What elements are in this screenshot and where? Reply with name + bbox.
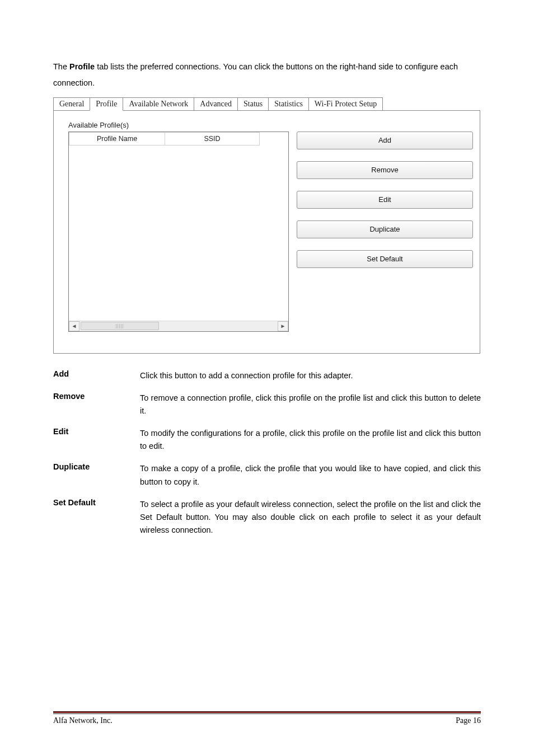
tab-general[interactable]: General (53, 97, 90, 111)
profiles-listbox[interactable]: Profile Name SSID ◄ ► (68, 132, 289, 332)
body-add: Click this button to add a connection pr… (140, 369, 481, 382)
list-header: Profile Name SSID (69, 132, 288, 145)
def-row-duplicate: Duplicate To make a copy of a profile, c… (53, 462, 481, 488)
tab-advanced[interactable]: Advanced (194, 97, 238, 111)
set-default-button[interactable]: Set Default (297, 250, 473, 268)
term-edit: Edit (53, 427, 140, 453)
body-set-default: To select a profile as your default wire… (140, 498, 481, 537)
body-edit: To modify the configurations for a profi… (140, 427, 481, 453)
horizontal-scrollbar[interactable]: ◄ ► (69, 321, 288, 331)
list-body (69, 145, 288, 321)
tab-available-network[interactable]: Available Network (123, 97, 194, 111)
col-ssid[interactable]: SSID (165, 132, 260, 145)
duplicate-button[interactable]: Duplicate (297, 220, 473, 238)
footer-rule-thin (53, 713, 481, 714)
intro-part1: The (53, 62, 69, 71)
intro-bold: Profile (69, 62, 95, 71)
body-remove: To remove a connection profile, click th… (140, 392, 481, 417)
tab-statistics[interactable]: Statistics (268, 97, 309, 111)
scroll-left-icon[interactable]: ◄ (69, 321, 79, 331)
tab-profile[interactable]: Profile (90, 97, 123, 111)
def-row-set-default: Set Default To select a profile as your … (53, 498, 481, 537)
edit-button[interactable]: Edit (297, 191, 473, 209)
page-footer: Alfa Network, Inc. Page 16 (53, 711, 481, 725)
body-duplicate: To make a copy of a profile, click the p… (140, 462, 481, 488)
term-duplicate: Duplicate (53, 462, 140, 488)
intro-part2: tab lists the preferred connections. You… (53, 62, 458, 87)
intro-paragraph: The Profile tab lists the preferred conn… (53, 59, 481, 91)
col-profile-name[interactable]: Profile Name (69, 132, 165, 145)
scroll-right-icon[interactable]: ► (278, 321, 288, 331)
available-profiles-label: Available Profile(s) (68, 121, 473, 129)
footer-left: Alfa Network, Inc. (53, 716, 113, 725)
add-button[interactable]: Add (297, 132, 473, 149)
definitions: Add Click this button to add a connectio… (53, 369, 481, 537)
tab-status[interactable]: Status (237, 97, 269, 111)
profile-tab-panel: Available Profile(s) Profile Name SSID ◄… (53, 110, 480, 354)
def-row-edit: Edit To modify the configurations for a … (53, 427, 481, 453)
scroll-thumb[interactable] (81, 322, 159, 330)
tab-wifi-protect-setup[interactable]: Wi-Fi Protect Setup (308, 97, 383, 111)
footer-rule-thick (53, 711, 481, 713)
remove-button[interactable]: Remove (297, 161, 473, 179)
term-remove: Remove (53, 392, 140, 417)
def-row-add: Add Click this button to add a connectio… (53, 369, 481, 382)
button-column: Add Remove Edit Duplicate Set Default (297, 132, 473, 332)
term-add: Add (53, 369, 140, 382)
tab-strip: General Profile Available Network Advanc… (53, 97, 481, 110)
scroll-track[interactable] (79, 321, 278, 331)
footer-right: Page 16 (456, 716, 481, 725)
term-set-default: Set Default (53, 498, 140, 537)
def-row-remove: Remove To remove a connection profile, c… (53, 392, 481, 417)
